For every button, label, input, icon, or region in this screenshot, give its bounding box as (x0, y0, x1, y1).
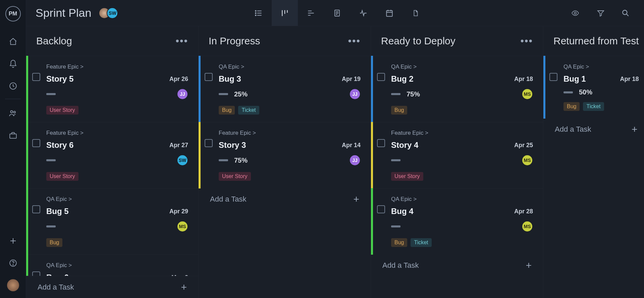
tag[interactable]: Bug (391, 106, 407, 115)
task-card[interactable]: QA Epic >Bug 3Apr 1925%JJBugTicket (199, 56, 371, 122)
task-checkbox[interactable] (32, 271, 40, 276)
view-notes-icon[interactable] (324, 0, 350, 26)
assignee-avatar[interactable]: MS (522, 88, 533, 100)
plus-icon: + (181, 282, 187, 292)
task-title: Bug 3 (219, 74, 241, 84)
bell-icon[interactable] (8, 59, 18, 69)
svg-point-7 (255, 12, 256, 13)
epic-link[interactable]: QA Epic > (564, 63, 639, 70)
task-checkbox[interactable] (377, 73, 385, 81)
eye-icon[interactable] (570, 9, 580, 17)
task-checkbox[interactable] (377, 139, 385, 147)
top-bar: Sprint Plan SW (26, 0, 644, 26)
card-list: QA Epic >Bug 3Apr 1925%JJBugTicketFeatur… (199, 56, 371, 298)
column-menu-icon[interactable]: ••• (520, 35, 533, 47)
search-icon[interactable] (621, 9, 630, 17)
assignee-avatar[interactable]: MS (522, 155, 533, 166)
tag[interactable]: Ticket (583, 102, 604, 111)
epic-link[interactable]: QA Epic > (391, 196, 533, 203)
help-icon[interactable] (8, 258, 18, 268)
svg-point-1 (10, 111, 13, 113)
task-card[interactable]: QA Epic >Bug 5Apr 29MSBug (26, 188, 198, 254)
board-members[interactable]: SW (99, 7, 118, 19)
task-checkbox[interactable] (205, 139, 213, 147)
task-card[interactable]: QA Epic >Bug 2Apr 1875%MSBug (371, 56, 543, 122)
tag[interactable]: Bug (391, 238, 407, 247)
add-task-row[interactable]: Add a Task+ (26, 276, 198, 298)
tag[interactable]: User Story (46, 106, 78, 115)
card-stripe (371, 56, 373, 122)
task-checkbox[interactable] (549, 73, 557, 81)
card-list: QA Epic >Bug 1Apr 1850%BugTicketAdd a Ta… (543, 56, 644, 298)
task-due-date: Apr 26 (169, 76, 188, 83)
epic-link[interactable]: QA Epic > (46, 196, 188, 203)
app-logo[interactable]: PM (5, 6, 21, 22)
people-icon[interactable] (8, 109, 18, 118)
view-calendar-icon[interactable] (376, 0, 402, 26)
current-user-avatar[interactable] (7, 279, 19, 291)
view-board-icon[interactable] (272, 0, 298, 26)
filter-icon[interactable] (596, 9, 605, 17)
epic-link[interactable]: Feature Epic > (46, 130, 188, 136)
add-task-row[interactable]: Add a Task+ (543, 118, 644, 140)
view-activity-icon[interactable] (350, 0, 376, 26)
column-menu-icon[interactable]: ••• (348, 35, 361, 47)
view-file-icon[interactable] (402, 0, 429, 26)
svg-rect-10 (387, 10, 392, 16)
task-card[interactable]: Feature Epic >Story 5Apr 26JJUser Story (26, 56, 198, 122)
assignee-avatar[interactable]: JJ (349, 155, 361, 166)
epic-link[interactable]: Feature Epic > (391, 130, 533, 136)
column-menu-icon[interactable]: ••• (175, 35, 188, 47)
assignee-avatar[interactable]: MS (522, 221, 533, 232)
tag-list: User Story (46, 106, 188, 115)
svg-point-2 (13, 111, 15, 113)
task-checkbox[interactable] (32, 139, 40, 147)
tag[interactable]: Bug (564, 102, 580, 111)
task-checkbox[interactable] (32, 205, 40, 213)
task-card[interactable]: Feature Epic >Story 4Apr 25MSUser Story (371, 122, 543, 188)
history-icon[interactable] (8, 81, 18, 91)
view-gantt-icon[interactable] (298, 0, 324, 26)
task-due-date: Apr 29 (169, 208, 188, 215)
tag[interactable]: Ticket (238, 106, 259, 115)
task-card[interactable]: QA Epic >Bug 6May 3SW (26, 254, 198, 276)
assignee-avatar[interactable]: JJ (349, 88, 361, 100)
task-checkbox[interactable] (32, 73, 40, 81)
epic-link[interactable]: QA Epic > (46, 262, 188, 269)
view-list-icon[interactable] (246, 0, 272, 26)
task-title: Story 3 (219, 140, 246, 150)
epic-link[interactable]: QA Epic > (219, 63, 361, 70)
epic-link[interactable]: QA Epic > (391, 63, 533, 70)
tag[interactable]: User Story (46, 172, 78, 181)
add-task-row[interactable]: Add a Task+ (199, 188, 371, 210)
member-avatar[interactable]: SW (107, 7, 118, 19)
epic-link[interactable]: Feature Epic > (46, 63, 188, 70)
task-card[interactable]: QA Epic >Bug 4Apr 28MSBugTicket (371, 188, 543, 254)
briefcase-icon[interactable] (8, 131, 18, 140)
tag[interactable]: Bug (46, 238, 62, 247)
tag-list: User Story (219, 172, 361, 181)
tag[interactable]: User Story (219, 172, 251, 181)
card-stripe (26, 254, 28, 276)
svg-point-8 (255, 15, 256, 16)
tag[interactable]: Bug (219, 106, 235, 115)
task-card[interactable]: Feature Epic >Story 6Apr 27SWUser Story (26, 122, 198, 188)
add-icon[interactable] (8, 236, 18, 246)
task-card[interactable]: Feature Epic >Story 3Apr 1475%JJUser Sto… (199, 122, 371, 188)
task-title: Story 6 (46, 140, 73, 150)
tag[interactable]: User Story (391, 172, 423, 181)
assignee-avatar[interactable]: MS (177, 221, 188, 232)
add-task-row[interactable]: Add a Task+ (371, 254, 543, 276)
add-task-label: Add a Task (382, 261, 419, 270)
task-card[interactable]: QA Epic >Bug 1Apr 1850%BugTicket (543, 56, 644, 118)
tag[interactable]: Ticket (411, 238, 431, 247)
tag-list: User Story (391, 172, 533, 181)
assignee-avatar[interactable]: JJ (177, 88, 188, 100)
assignee-avatar[interactable]: SW (177, 155, 188, 166)
task-checkbox[interactable] (377, 205, 385, 213)
epic-link[interactable]: Feature Epic > (219, 130, 361, 136)
svg-point-6 (255, 10, 256, 11)
tag-list: User Story (46, 172, 188, 181)
task-checkbox[interactable] (205, 73, 213, 81)
home-icon[interactable] (8, 37, 18, 46)
